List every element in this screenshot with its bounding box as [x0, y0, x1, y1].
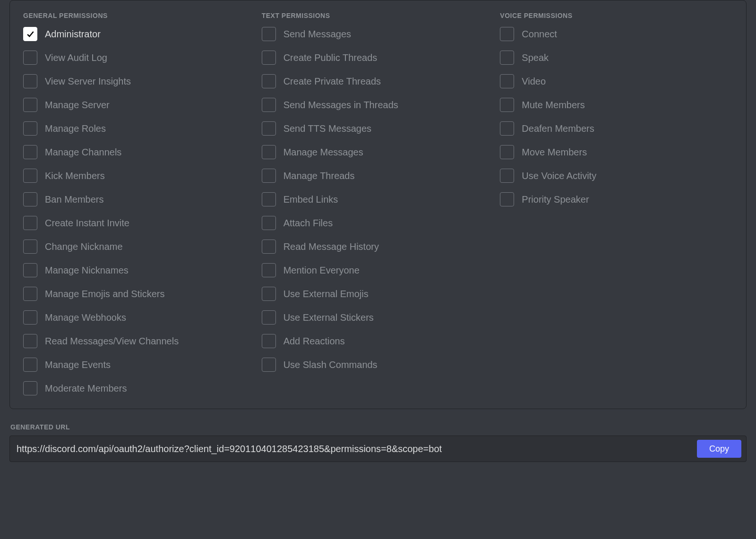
permission-item-view-server-insights[interactable]: View Server Insights — [23, 74, 256, 88]
permission-checkbox-mute-members[interactable] — [500, 98, 514, 112]
permission-item-read-message-history[interactable]: Read Message History — [262, 240, 495, 254]
permission-checkbox-priority-speaker[interactable] — [500, 192, 514, 206]
permission-label: Kick Members — [45, 171, 105, 181]
permission-item-priority-speaker[interactable]: Priority Speaker — [500, 192, 733, 206]
permission-checkbox-use-voice-activity[interactable] — [500, 169, 514, 183]
permission-checkbox-manage-messages[interactable] — [262, 145, 276, 159]
permission-label: Manage Nicknames — [45, 265, 129, 276]
permission-label: View Server Insights — [45, 76, 131, 87]
permission-checkbox-use-slash-commands[interactable] — [262, 358, 276, 372]
permission-item-administrator[interactable]: Administrator — [23, 27, 256, 41]
permission-item-change-nickname[interactable]: Change Nickname — [23, 240, 256, 254]
permission-item-view-audit-log[interactable]: View Audit Log — [23, 51, 256, 65]
permission-checkbox-video[interactable] — [500, 74, 514, 88]
permission-item-manage-server[interactable]: Manage Server — [23, 98, 256, 112]
permission-item-read-messages-view-channels[interactable]: Read Messages/View Channels — [23, 334, 256, 348]
permission-item-send-tts-messages[interactable]: Send TTS Messages — [262, 121, 495, 136]
permission-item-moderate-members[interactable]: Moderate Members — [23, 381, 256, 395]
permission-item-mute-members[interactable]: Mute Members — [500, 98, 733, 112]
permission-checkbox-moderate-members[interactable] — [23, 381, 37, 395]
permission-checkbox-view-audit-log[interactable] — [23, 51, 37, 65]
permission-checkbox-use-external-stickers[interactable] — [262, 310, 276, 325]
copy-button[interactable]: Copy — [697, 440, 741, 458]
permission-item-ban-members[interactable]: Ban Members — [23, 192, 256, 206]
permission-item-send-messages[interactable]: Send Messages — [262, 27, 495, 41]
permission-checkbox-kick-members[interactable] — [23, 169, 37, 183]
permission-item-kick-members[interactable]: Kick Members — [23, 169, 256, 183]
permission-checkbox-create-private-threads[interactable] — [262, 74, 276, 88]
permission-checkbox-view-server-insights[interactable] — [23, 74, 37, 88]
header-voice-permissions: Voice Permissions — [500, 12, 733, 19]
permission-label: Mention Everyone — [284, 265, 360, 276]
permission-checkbox-ban-members[interactable] — [23, 192, 37, 206]
permission-item-use-external-emojis[interactable]: Use External Emojis — [262, 287, 495, 301]
permission-label: Send Messages in Threads — [284, 100, 398, 111]
permission-item-manage-messages[interactable]: Manage Messages — [262, 145, 495, 159]
permission-item-speak[interactable]: Speak — [500, 51, 733, 65]
permission-item-manage-emojis-and-stickers[interactable]: Manage Emojis and Stickers — [23, 287, 256, 301]
permission-checkbox-manage-server[interactable] — [23, 98, 37, 112]
permission-item-send-messages-in-threads[interactable]: Send Messages in Threads — [262, 98, 495, 112]
permission-checkbox-manage-threads[interactable] — [262, 169, 276, 183]
permission-item-manage-webhooks[interactable]: Manage Webhooks — [23, 310, 256, 325]
permission-checkbox-manage-nicknames[interactable] — [23, 263, 37, 277]
permission-item-mention-everyone[interactable]: Mention Everyone — [262, 263, 495, 277]
permission-item-create-instant-invite[interactable]: Create Instant Invite — [23, 216, 256, 230]
permission-label: Change Nickname — [45, 241, 123, 252]
permission-label: Deafen Members — [522, 123, 594, 134]
permission-checkbox-read-message-history[interactable] — [262, 240, 276, 254]
permission-checkbox-change-nickname[interactable] — [23, 240, 37, 254]
permission-label: Manage Roles — [45, 123, 106, 134]
permission-item-manage-nicknames[interactable]: Manage Nicknames — [23, 263, 256, 277]
permission-checkbox-create-instant-invite[interactable] — [23, 216, 37, 230]
permission-checkbox-manage-emojis-and-stickers[interactable] — [23, 287, 37, 301]
permission-checkbox-manage-webhooks[interactable] — [23, 310, 37, 325]
permission-item-connect[interactable]: Connect — [500, 27, 733, 41]
permission-item-embed-links[interactable]: Embed Links — [262, 192, 495, 206]
permission-item-manage-threads[interactable]: Manage Threads — [262, 169, 495, 183]
permission-item-create-public-threads[interactable]: Create Public Threads — [262, 51, 495, 65]
permission-checkbox-manage-roles[interactable] — [23, 121, 37, 136]
permission-item-attach-files[interactable]: Attach Files — [262, 216, 495, 230]
permission-label: Mute Members — [522, 100, 584, 111]
permission-label: Read Messages/View Channels — [45, 336, 179, 347]
permission-checkbox-send-messages[interactable] — [262, 27, 276, 41]
permission-item-manage-events[interactable]: Manage Events — [23, 358, 256, 372]
permission-label: Priority Speaker — [522, 194, 589, 205]
permission-item-add-reactions[interactable]: Add Reactions — [262, 334, 495, 348]
permission-label: Manage Server — [45, 100, 110, 111]
permission-item-manage-channels[interactable]: Manage Channels — [23, 145, 256, 159]
permission-checkbox-use-external-emojis[interactable] — [262, 287, 276, 301]
permission-label: Use Voice Activity — [522, 171, 596, 181]
permission-checkbox-manage-channels[interactable] — [23, 145, 37, 159]
permission-item-move-members[interactable]: Move Members — [500, 145, 733, 159]
permission-checkbox-manage-events[interactable] — [23, 358, 37, 372]
permission-label: Manage Threads — [284, 171, 355, 181]
permission-label: Read Message History — [284, 241, 379, 252]
permission-checkbox-deafen-members[interactable] — [500, 121, 514, 136]
permission-item-manage-roles[interactable]: Manage Roles — [23, 121, 256, 136]
permission-item-deafen-members[interactable]: Deafen Members — [500, 121, 733, 136]
permission-label: Use External Stickers — [284, 312, 374, 323]
permission-checkbox-mention-everyone[interactable] — [262, 263, 276, 277]
permission-checkbox-move-members[interactable] — [500, 145, 514, 159]
permission-checkbox-administrator[interactable] — [23, 27, 37, 41]
permission-item-video[interactable]: Video — [500, 74, 733, 88]
permission-item-use-external-stickers[interactable]: Use External Stickers — [262, 310, 495, 325]
permission-item-create-private-threads[interactable]: Create Private Threads — [262, 74, 495, 88]
permission-item-use-voice-activity[interactable]: Use Voice Activity — [500, 169, 733, 183]
permission-checkbox-connect[interactable] — [500, 27, 514, 41]
permission-item-use-slash-commands[interactable]: Use Slash Commands — [262, 358, 495, 372]
permission-checkbox-send-messages-in-threads[interactable] — [262, 98, 276, 112]
permission-checkbox-add-reactions[interactable] — [262, 334, 276, 348]
permission-checkbox-speak[interactable] — [500, 51, 514, 65]
permission-checkbox-send-tts-messages[interactable] — [262, 121, 276, 136]
permission-checkbox-embed-links[interactable] — [262, 192, 276, 206]
permission-label: Administrator — [45, 29, 101, 40]
permission-checkbox-read-messages-view-channels[interactable] — [23, 334, 37, 348]
permission-label: Add Reactions — [284, 336, 345, 347]
generated-url-input[interactable] — [10, 436, 693, 462]
permission-checkbox-attach-files[interactable] — [262, 216, 276, 230]
permission-checkbox-create-public-threads[interactable] — [262, 51, 276, 65]
permission-label: Manage Messages — [284, 147, 363, 158]
